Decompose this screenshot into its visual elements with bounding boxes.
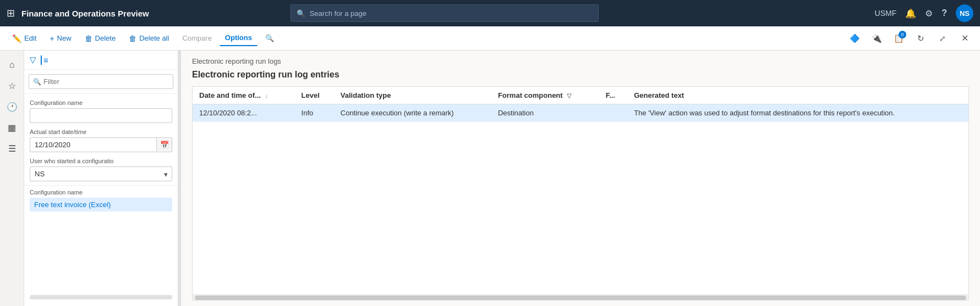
edit-icon: ✏️ <box>12 34 21 43</box>
table-cell-0: 12/10/2020 08:2... <box>193 104 295 122</box>
user-select[interactable]: NS <box>30 166 172 181</box>
grid-menu-icon[interactable]: ⊞ <box>7 7 15 19</box>
filter-search-icon: 🔍 <box>33 78 41 86</box>
start-date-label: Actual start date/time <box>30 129 172 135</box>
close-icon-btn[interactable]: ✕ <box>956 30 973 47</box>
filter-funnel-icon: ▽ <box>30 55 36 65</box>
new-button[interactable]: + New <box>44 31 76 46</box>
scroll-thumb <box>195 296 966 300</box>
search-placeholder: Search for a page <box>310 9 366 18</box>
user-env-label: USMF <box>875 9 897 18</box>
start-date-field: Actual start date/time 📅 <box>30 129 172 152</box>
section-title: Electronic reporting run log entries <box>192 70 969 80</box>
search-icon: 🔍 <box>297 9 305 18</box>
user-field: User who started a configuratio NS ▾ <box>30 158 172 181</box>
help-icon[interactable]: ? <box>941 8 947 18</box>
filter-panel: ▽ ≡ 🔍 Configuration name Actual start da… <box>24 51 178 306</box>
table-cell-5: The 'View' action was used to adjust for… <box>627 104 968 122</box>
plugin-icon: 🔌 <box>872 34 882 43</box>
table-cell-2: Continue execution (write a remark) <box>334 104 491 122</box>
magnify-icon: 🔍 <box>265 34 274 42</box>
clock-icon: 🕐 <box>7 102 18 112</box>
col-header-date-time: Date and time of... ↓ <box>193 87 295 104</box>
config-list-item-excel[interactable]: Free text invoice (Excel) <box>30 198 172 212</box>
search-bar[interactable]: 🔍 Search for a page <box>291 4 599 22</box>
toolbar-right-icons: 🔷 🔌 📋 0 ↻ ⤢ ✕ <box>846 30 973 47</box>
table-cell-4 <box>599 104 627 122</box>
options-button[interactable]: Options <box>220 30 258 46</box>
home-icon-btn[interactable]: ⌂ <box>2 55 22 75</box>
user-avatar[interactable]: NS <box>956 4 973 22</box>
plugin-icon-btn[interactable]: 🔌 <box>868 30 885 47</box>
delete-all-button[interactable]: 🗑 Delete all <box>123 31 174 46</box>
close-icon: ✕ <box>961 33 968 43</box>
sort-icon[interactable]: ↓ <box>265 92 269 99</box>
expand-icon-btn[interactable]: ⤢ <box>934 30 951 47</box>
clock-icon-btn[interactable]: 🕐 <box>2 97 22 116</box>
edit-button[interactable]: ✏️ Edit <box>7 31 42 46</box>
table-cell-1: Info <box>295 104 334 122</box>
col-header-format-component: Format component ▽ <box>491 87 599 104</box>
grid-view-icon: ▦ <box>8 123 16 133</box>
star-icon-btn[interactable]: ☆ <box>2 76 22 96</box>
col-header-f: F... <box>599 87 627 104</box>
data-table-wrap: Date and time of... ↓ Level Validation t… <box>192 86 969 301</box>
table-header-row: Date and time of... ↓ Level Validation t… <box>193 87 968 104</box>
filter-panel-scrollbar[interactable] <box>30 295 172 299</box>
filter-search-button[interactable]: 🔍 <box>260 31 280 46</box>
settings-icon[interactable]: ⚙ <box>925 8 933 19</box>
star-icon: ☆ <box>8 81 16 91</box>
config-list-section: Configuration name Free text invoice (Ex… <box>24 185 178 215</box>
config-item-label: Free text invoice (Excel) <box>34 201 111 209</box>
sidebar-icons: ⌂ ☆ 🕐 ▦ ☰ <box>0 51 24 306</box>
action-toolbar: ✏️ Edit + New 🗑 Delete 🗑 Delete all Comp… <box>0 26 980 51</box>
col-header-level: Level <box>295 87 334 104</box>
list-icon-btn[interactable]: ☰ <box>2 138 22 158</box>
filter-fields: Configuration name Actual start date/tim… <box>24 94 178 185</box>
compare-button[interactable]: Compare <box>177 31 217 46</box>
table-row[interactable]: 12/10/2020 08:2...InfoContinue execution… <box>193 104 968 122</box>
bell-icon[interactable]: 🔔 <box>905 8 916 19</box>
config-name-field: Configuration name <box>30 99 172 123</box>
notification-badge: 0 <box>899 31 906 38</box>
home-icon: ⌂ <box>9 60 15 70</box>
filter-search-section: 🔍 <box>24 70 178 94</box>
refresh-icon-btn[interactable]: ↻ <box>912 30 929 47</box>
main-layout: ⌂ ☆ 🕐 ▦ ☰ ▽ ≡ 🔍 Configuration <box>0 51 980 306</box>
delete-all-icon: 🗑 <box>129 34 136 43</box>
config-name-input[interactable] <box>30 108 172 123</box>
filter-icon[interactable]: ▽ <box>567 92 571 99</box>
col-header-validation-type: Validation type <box>334 87 491 104</box>
start-date-input[interactable] <box>30 138 156 152</box>
table-cell-3: Destination <box>491 104 599 122</box>
user-label: User who started a configuratio <box>30 158 172 164</box>
breadcrumb: Electronic reporting run logs <box>181 51 980 70</box>
bookmark-icon: 🔷 <box>850 34 860 43</box>
refresh-icon: ↻ <box>917 34 924 43</box>
grid-view-icon-btn[interactable]: ▦ <box>2 118 22 137</box>
panel-divider[interactable] <box>178 51 181 306</box>
top-right-icons: USMF 🔔 ⚙ ? NS <box>875 4 973 22</box>
filter-input[interactable] <box>29 74 173 89</box>
content-main: Electronic reporting run log entries Dat… <box>181 70 980 306</box>
table-scrollbar[interactable] <box>193 294 968 300</box>
calendar-icon[interactable]: 📅 <box>156 138 172 151</box>
bookmark-icon-btn[interactable]: 🔷 <box>846 30 863 47</box>
config-list-header: Configuration name <box>30 189 172 196</box>
col-header-generated-text: Generated text <box>627 87 968 104</box>
delete-icon: 🗑 <box>85 34 92 43</box>
list-icon: ☰ <box>8 143 16 154</box>
top-navigation: ⊞ Finance and Operations Preview 🔍 Searc… <box>0 0 980 26</box>
config-name-label: Configuration name <box>30 99 172 106</box>
plus-icon: + <box>50 34 54 43</box>
app-title: Finance and Operations Preview <box>21 9 149 18</box>
notification-icon-btn[interactable]: 📋 0 <box>890 30 907 47</box>
list-lines-icon: ≡ <box>41 55 48 65</box>
delete-button[interactable]: 🗑 Delete <box>79 31 122 46</box>
expand-icon: ⤢ <box>939 34 946 43</box>
content-area: Electronic reporting run logs Electronic… <box>181 51 980 306</box>
data-table: Date and time of... ↓ Level Validation t… <box>193 87 968 122</box>
